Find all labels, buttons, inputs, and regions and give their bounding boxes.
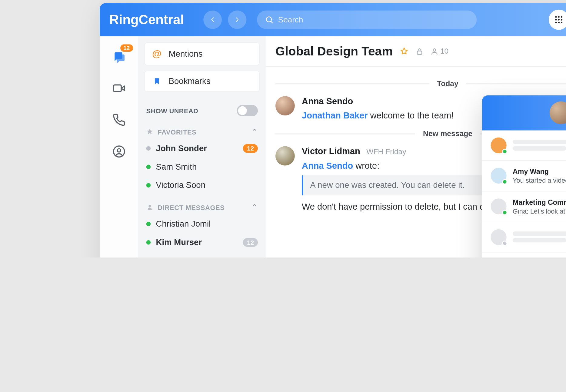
mobile-conversation-row[interactable]: Amy WangYou started a video call bbox=[482, 161, 566, 192]
svg-point-8 bbox=[555, 22, 557, 23]
dm-kim-murser[interactable]: Kim Murser 12 bbox=[138, 233, 266, 252]
rail-chat[interactable]: 12 bbox=[111, 49, 127, 65]
skeleton-line bbox=[513, 146, 566, 151]
lock-icon bbox=[416, 47, 424, 55]
mention-link[interactable]: Jonathan Baker bbox=[302, 111, 368, 120]
mobile-avatar bbox=[491, 138, 507, 153]
member-count[interactable]: 10 bbox=[431, 47, 448, 56]
chat-icon bbox=[112, 50, 125, 63]
svg-point-4 bbox=[561, 16, 562, 18]
favorite-victoria-soon[interactable]: Victoria Soon bbox=[138, 176, 266, 194]
at-icon: @ bbox=[152, 48, 162, 60]
svg-point-3 bbox=[558, 16, 560, 18]
mobile-conversations-list: Amy WangYou started a video callMarketin… bbox=[482, 131, 566, 258]
person-icon bbox=[146, 204, 153, 211]
nav-back-button[interactable] bbox=[203, 11, 222, 29]
sidebar-mentions-label: Mentions bbox=[169, 49, 203, 59]
sidebar-bookmarks-label: Bookmarks bbox=[169, 76, 211, 86]
mobile-avatar bbox=[491, 198, 507, 214]
message-author[interactable]: Victor Lidman bbox=[302, 146, 360, 156]
presence-dot bbox=[146, 183, 151, 188]
contact-name: Victoria Soon bbox=[156, 181, 205, 190]
section-dm-header[interactable]: DIRECT MESSAGES ⌃ bbox=[138, 194, 266, 215]
nav-rail: 12 bbox=[100, 36, 138, 257]
search-field[interactable] bbox=[257, 11, 477, 29]
brand-logo: RingCentral bbox=[109, 12, 184, 27]
presence-indicator bbox=[502, 241, 507, 246]
search-icon bbox=[265, 15, 274, 24]
contacts-icon bbox=[112, 145, 125, 158]
svg-rect-18 bbox=[417, 51, 422, 54]
contact-name: Sam Smith bbox=[156, 162, 197, 172]
presence-dot bbox=[146, 165, 151, 169]
svg-point-6 bbox=[558, 19, 560, 20]
contact-name: Christian Jomil bbox=[156, 219, 211, 229]
section-teams-header[interactable]: TEAMS ⌃ bbox=[138, 252, 266, 257]
mobile-row-name: Marketing Comms bbox=[513, 198, 566, 206]
svg-point-10 bbox=[561, 22, 562, 23]
nav-forward-button[interactable] bbox=[228, 11, 246, 29]
phone-icon bbox=[112, 113, 125, 127]
mobile-conversation-row[interactable] bbox=[482, 222, 566, 253]
skeleton-line bbox=[513, 140, 566, 144]
svg-point-15 bbox=[113, 146, 124, 157]
bookmark-icon bbox=[152, 76, 162, 86]
favorite-sam-smith[interactable]: Sam Smith bbox=[138, 158, 266, 176]
mobile-conversation-row[interactable] bbox=[482, 131, 566, 161]
mobile-conversation-row[interactable]: Anna Martin, Jeff MiddletonJeff: We shou… bbox=[482, 253, 566, 257]
presence-indicator bbox=[502, 179, 507, 184]
mention-link[interactable]: Anna Sendo bbox=[302, 161, 353, 171]
sidebar-bookmarks[interactable]: Bookmarks bbox=[145, 71, 260, 92]
presence-dot bbox=[146, 240, 151, 245]
message-author[interactable]: Anna Sendo bbox=[302, 96, 353, 106]
show-unread-label: SHOW UNREAD bbox=[146, 107, 198, 115]
dm-christian-jomil[interactable]: Christian Jomil bbox=[138, 215, 266, 233]
mobile-avatar bbox=[491, 168, 507, 184]
app-window: RingCentral 12 bbox=[100, 3, 566, 257]
sidebar-mentions[interactable]: @ Mentions bbox=[145, 43, 260, 65]
star-icon bbox=[146, 128, 153, 135]
svg-point-5 bbox=[555, 19, 557, 20]
section-favorites-header[interactable]: FAVORITES ⌃ bbox=[138, 119, 266, 139]
skeleton-line bbox=[513, 231, 566, 236]
chat-header: Global Design Team 10 bbox=[266, 36, 566, 67]
rail-video[interactable] bbox=[111, 80, 127, 96]
favorite-john-sonder[interactable]: John Sonder 12 bbox=[138, 139, 266, 158]
mobile-header bbox=[482, 95, 566, 131]
mobile-preview-window: Amy WangYou started a video callMarketin… bbox=[482, 95, 566, 258]
svg-point-9 bbox=[558, 22, 560, 23]
unread-badge: 12 bbox=[243, 238, 258, 247]
presence-indicator bbox=[502, 210, 507, 215]
mobile-profile-avatar[interactable] bbox=[550, 101, 566, 124]
section-dm-title: DIRECT MESSAGES bbox=[158, 204, 225, 211]
svg-point-16 bbox=[117, 149, 121, 152]
unread-badge: 12 bbox=[243, 144, 258, 153]
svg-point-19 bbox=[433, 49, 436, 51]
chat-title: Global Design Team bbox=[275, 44, 393, 58]
dialpad-button[interactable] bbox=[549, 10, 566, 30]
svg-rect-13 bbox=[113, 85, 121, 91]
sidebar: @ Mentions Bookmarks SHOW UNREAD FAVORIT… bbox=[138, 36, 266, 257]
svg-line-1 bbox=[271, 22, 272, 23]
chevron-up-icon: ⌃ bbox=[251, 127, 258, 137]
presence-indicator bbox=[502, 149, 507, 154]
favorite-star-button[interactable] bbox=[400, 47, 408, 56]
mobile-row-sub: Gina: Let's look at the report bbox=[513, 207, 566, 215]
section-favorites-title: FAVORITES bbox=[158, 128, 196, 136]
video-icon bbox=[112, 82, 125, 95]
mobile-conversation-row[interactable]: Marketing CommsGina: Let's look at the r… bbox=[482, 191, 566, 222]
message-avatar[interactable] bbox=[275, 96, 295, 115]
app-header: RingCentral bbox=[100, 3, 566, 36]
search-input[interactable] bbox=[278, 15, 469, 24]
message-subtitle: WFH Friday bbox=[366, 148, 406, 156]
rail-contacts[interactable] bbox=[111, 144, 127, 159]
message-avatar[interactable] bbox=[275, 146, 295, 166]
rail-phone[interactable] bbox=[111, 112, 127, 128]
show-unread-toggle[interactable] bbox=[237, 105, 258, 116]
contact-name: Kim Murser bbox=[156, 238, 202, 247]
presence-dot bbox=[146, 222, 151, 226]
chevron-up-icon: ⌃ bbox=[251, 202, 258, 212]
contact-name: John Sonder bbox=[156, 144, 207, 153]
dialpad-icon bbox=[554, 15, 564, 25]
svg-point-7 bbox=[561, 19, 562, 20]
